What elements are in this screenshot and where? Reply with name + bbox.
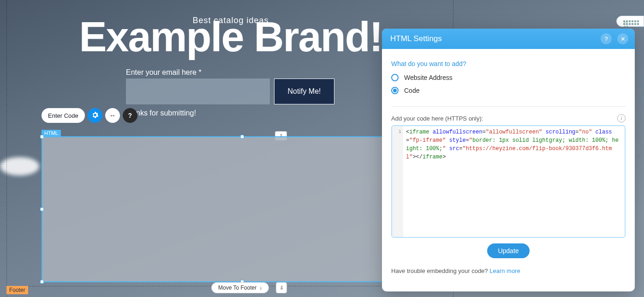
- code-attr: class: [596, 129, 612, 135]
- code-attr: scrolling: [546, 129, 576, 135]
- panel-help-button[interactable]: ?: [601, 33, 612, 44]
- panel-title: HTML Settings: [390, 34, 442, 43]
- settings-gear-button[interactable]: [88, 108, 102, 123]
- element-toolbar: Enter Code ↔ ?: [42, 108, 137, 123]
- radio-icon: [391, 74, 399, 81]
- resize-handle-tl[interactable]: [40, 135, 44, 139]
- gear-icon: [91, 111, 99, 120]
- html-settings-panel: HTML Settings ? ✕ What do you want to ad…: [382, 29, 635, 291]
- thanks-message: nks for submitting!: [136, 109, 196, 117]
- resize-handle-tm[interactable]: [240, 135, 244, 139]
- info-button[interactable]: i: [617, 114, 626, 122]
- code-attr: src: [449, 145, 459, 152]
- grid-dots-icon: [632, 20, 633, 22]
- radio-icon-selected: [391, 87, 399, 94]
- arrow-down-icon: ↓: [259, 285, 262, 291]
- add-code-row: Add your code here (HTTPS only): i: [391, 114, 626, 122]
- trouble-text: Have trouble embedding your code? Learn …: [391, 267, 626, 274]
- radio-code[interactable]: Code: [391, 87, 626, 94]
- grip-icon: ⠿: [623, 20, 625, 22]
- rail-text: 37: [637, 72, 642, 77]
- radio-website-address[interactable]: Website Address: [391, 74, 626, 81]
- code-attr: style: [449, 137, 466, 144]
- learn-more-link[interactable]: Learn more: [489, 267, 520, 274]
- move-to-footer-label: Move To Footer: [218, 285, 256, 291]
- rail-text: px: [637, 55, 642, 61]
- resize-handle-bl[interactable]: [40, 280, 44, 284]
- top-right-dock[interactable]: ⠿: [616, 16, 644, 27]
- panel-body: What do you want to add? Website Address…: [382, 49, 635, 291]
- stretch-icon: ↔: [109, 112, 116, 119]
- anchor-bottom-button[interactable]: ⇩: [276, 282, 287, 293]
- radio-dot-icon: [393, 89, 397, 92]
- panel-question: What do you want to add?: [391, 60, 626, 67]
- rail-text: 8: [638, 120, 641, 125]
- resize-handle-ml[interactable]: [40, 207, 44, 211]
- trouble-label: Have trouble embedding your code?: [391, 267, 489, 274]
- code-attr: allowfullscreen: [433, 129, 483, 135]
- move-to-footer-button[interactable]: Move To Footer ↓: [211, 282, 269, 293]
- question-icon: ?: [604, 36, 608, 42]
- add-code-label: Add your code here (HTTPS only):: [391, 115, 483, 122]
- notify-button[interactable]: Notify Me!: [274, 79, 334, 104]
- radio-label: Website Address: [404, 74, 453, 81]
- code-tag: iframe: [423, 154, 442, 160]
- code-editor[interactable]: 1 <iframe allowfullscreen="allowfullscre…: [391, 125, 626, 238]
- radio-label: Code: [404, 87, 419, 94]
- html-element-badge: HTML: [42, 130, 61, 136]
- line-gutter: 1: [392, 126, 403, 237]
- cloud-decoration: [0, 157, 39, 176]
- info-icon: i: [621, 116, 622, 121]
- update-button[interactable]: Update: [487, 243, 530, 258]
- stretch-button[interactable]: ↔: [105, 108, 120, 123]
- panel-close-button[interactable]: ✕: [617, 33, 628, 44]
- rail-text: 32: [637, 88, 642, 93]
- right-rail: px 37 32 io 8 46 on: [635, 42, 644, 297]
- enter-code-button[interactable]: Enter Code: [42, 108, 85, 123]
- rail-text: io: [638, 104, 641, 109]
- question-icon: ?: [128, 112, 132, 119]
- code-val: no: [582, 129, 589, 135]
- email-field-label: Enter your email here *: [126, 68, 202, 77]
- download-icon: ⇩: [280, 285, 284, 291]
- code-val: fp-iframe: [412, 137, 442, 144]
- close-icon: ✕: [620, 36, 626, 42]
- code-content[interactable]: <iframe allowfullscreen="allowfullscreen…: [403, 126, 625, 237]
- code-tag: iframe: [409, 129, 429, 135]
- code-val: allowfullscreen: [489, 129, 539, 135]
- email-input[interactable]: [126, 79, 270, 104]
- footer-section-tag: Footer: [6, 286, 28, 294]
- divider: [391, 106, 626, 107]
- rail-text: 46: [637, 136, 642, 141]
- rail-text: on: [637, 152, 642, 158]
- help-button[interactable]: ?: [123, 108, 137, 123]
- panel-header: HTML Settings ? ✕: [382, 29, 635, 49]
